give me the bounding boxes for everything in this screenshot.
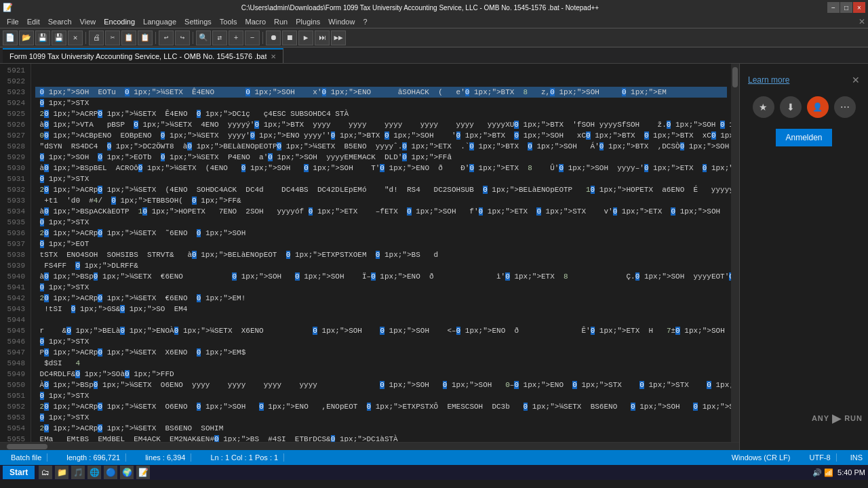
lines-status: lines : 6,394 [140, 453, 191, 462]
open-file-btn[interactable]: 📂 [19, 30, 34, 45]
undo-btn[interactable]: ↩ [159, 30, 174, 45]
taskbar-explorer-icon[interactable]: 🗂 [39, 466, 52, 479]
menu-encoding[interactable]: Encoding [100, 16, 139, 27]
window-icon: 📝 [3, 3, 13, 12]
copy-btn[interactable]: 📋 [121, 30, 136, 45]
scroll-thumb-x[interactable] [7, 444, 47, 449]
learn-more-bar: Learn more ✕ [745, 70, 863, 89]
editor-content: 5921592259235924592559265927592859295930… [0, 64, 739, 442]
sep1 [85, 32, 86, 44]
menu-view[interactable]: View [76, 16, 100, 27]
redo-btn[interactable]: ↪ [175, 30, 190, 45]
taskbar-ie-icon[interactable]: 🌍 [120, 466, 134, 479]
macro-skip-btn[interactable]: ⏭ [315, 30, 330, 45]
run-btn[interactable]: ▶▶ [331, 30, 346, 45]
line-numbers: 5921592259235924592559265927592859295930… [0, 64, 31, 442]
right-panel: Learn more ✕ ★ ⬇ 👤 ⋯ Anmelden ANY ▶ RUN [739, 64, 868, 450]
title-bar: 📝 C:\Users\admin\Downloads\Form 1099 Tax… [0, 0, 868, 15]
main-container: 5921592259235924592559265927592859295930… [0, 64, 868, 450]
anmelden-button[interactable]: Anmelden [776, 129, 831, 146]
taskbar-folder-icon[interactable]: 📁 [55, 466, 68, 479]
menu-edit[interactable]: Edit [23, 16, 44, 27]
taskbar-time: 5:40 PM [837, 468, 865, 476]
star-icon-btn[interactable]: ★ [753, 96, 774, 118]
menu-window[interactable]: Window [324, 16, 359, 27]
start-button[interactable]: Start [3, 466, 35, 479]
scroll-thumb-y[interactable] [732, 67, 738, 87]
icon-row: ★ ⬇ 👤 ⋯ [753, 96, 856, 118]
cut-btn[interactable]: ✂ [105, 30, 120, 45]
save-all-btn[interactable]: 💾 [52, 30, 66, 45]
code-area[interactable]: 0 1px;">SOH EOTu 0 1px;">¼SETX Ê4ENO 0 1… [31, 64, 731, 442]
file-type-status: Batch file [5, 453, 47, 462]
macro-play-btn[interactable]: ▶ [298, 30, 313, 45]
close-btn[interactable]: ✕ [68, 30, 83, 45]
learn-more-link[interactable]: Learn more [748, 75, 789, 85]
maximize-button[interactable]: □ [840, 2, 852, 13]
menu-settings[interactable]: Settings [180, 16, 216, 27]
taskbar-icons-tray: 🔊 📶 [812, 468, 833, 477]
download-icon-btn[interactable]: ⬇ [780, 96, 802, 118]
status-bar: Batch file length : 696,721 lines : 6,39… [0, 450, 868, 465]
anyrun-logo: ANY ▶ RUN [812, 411, 863, 426]
new-file-btn[interactable]: 📄 [3, 30, 18, 45]
more-options-btn[interactable]: ⋯ [834, 96, 856, 118]
sep2 [155, 32, 156, 44]
paste-btn[interactable]: 📋 [138, 30, 153, 45]
window-controls: − □ × [827, 2, 865, 13]
menu-file[interactable]: File [3, 16, 23, 27]
right-panel-close-btn[interactable]: ✕ [852, 75, 860, 85]
macro-rec-btn[interactable]: ⏺ [266, 30, 281, 45]
print-btn[interactable]: 🖨 [89, 30, 104, 45]
line-ending-status: Windows (CR LF) [732, 453, 791, 462]
user-avatar[interactable]: 👤 [807, 96, 829, 118]
menu-tools[interactable]: Tools [216, 16, 241, 27]
sep3 [193, 32, 193, 44]
length-status: length : 696,721 [61, 453, 126, 462]
tab-close-icon[interactable]: ✕ [271, 53, 276, 60]
menu-language[interactable]: Language [139, 16, 180, 27]
menu-help[interactable]: ? [359, 16, 371, 27]
taskbar-browser1-icon[interactable]: 🌐 [87, 466, 101, 479]
menu-bar: File Edit Search View Encoding Language … [0, 15, 868, 28]
position-status: Ln : 1 Col : 1 Pos : 1 [205, 453, 284, 462]
menu-macro[interactable]: Macro [241, 16, 270, 27]
replace-btn[interactable]: ⇄ [212, 30, 227, 45]
zoomin-btn[interactable]: + [229, 30, 243, 45]
sep4 [262, 32, 263, 44]
close-button[interactable]: × [853, 2, 865, 13]
taskbar: Start 🗂 📁 🎵 🌐 🔵 🌍 📝 🔊 📶 5:40 PM [0, 465, 868, 480]
taskbar-browser2-icon[interactable]: 🔵 [104, 466, 117, 479]
mode-status: INS [850, 453, 863, 462]
title-text: C:\Users\admin\Downloads\Form 1099 Tax U… [13, 4, 827, 12]
toolbar: 📄 📂 💾 💾 ✕ 🖨 ✂ 📋 📋 ↩ ↪ 🔍 ⇄ + − ⏺ ⏹ ▶ ⏭ ▶▶ [0, 28, 868, 47]
minimize-button[interactable]: − [827, 2, 840, 13]
menu-run[interactable]: Run [270, 16, 292, 27]
taskbar-right: 🔊 📶 5:40 PM [812, 468, 865, 477]
vertical-scrollbar[interactable] [731, 64, 739, 442]
close-panel-btn[interactable]: ✕ [859, 17, 865, 26]
tab-label: Form 1099 Tax University Accounting Serv… [9, 52, 267, 60]
editor[interactable]: 5921592259235924592559265927592859295930… [0, 64, 739, 450]
tab-bar: Form 1099 Tax University Accounting Serv… [0, 47, 868, 64]
find-btn[interactable]: 🔍 [196, 30, 211, 45]
menu-plugins[interactable]: Plugins [292, 16, 324, 27]
menu-search[interactable]: Search [44, 16, 76, 27]
horizontal-scrollbar[interactable] [0, 442, 739, 450]
taskbar-app1-icon[interactable]: 🎵 [71, 466, 85, 479]
encoding-status: UTF-8 [804, 453, 836, 462]
save-btn[interactable]: 💾 [35, 30, 50, 45]
taskbar-notepad-icon[interactable]: 📝 [136, 466, 150, 479]
editor-tab[interactable]: Form 1099 Tax University Accounting Serv… [3, 48, 283, 63]
macro-stop-btn[interactable]: ⏹ [282, 30, 297, 45]
zoomout-btn[interactable]: − [245, 30, 260, 45]
